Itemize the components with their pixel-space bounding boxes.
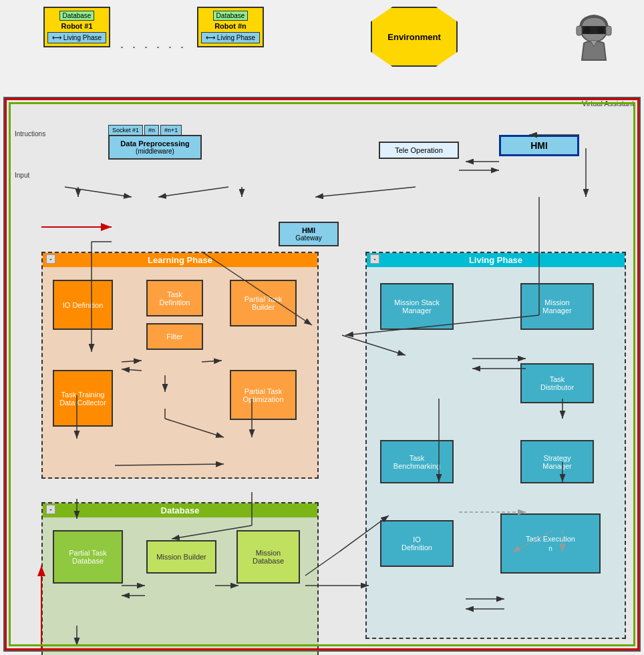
task-execution-n: n xyxy=(548,545,552,552)
mission-manager: Mission Manager xyxy=(520,283,594,330)
dp-sub: (middleware) xyxy=(116,148,194,155)
socketn: #n xyxy=(144,125,159,136)
task-benchmarking: Task Benchmarking xyxy=(380,440,454,483)
database-phase-title: - Database xyxy=(43,503,317,517)
svg-rect-5 xyxy=(606,26,611,35)
svg-line-15 xyxy=(315,187,416,197)
va-label: Virtual Assistant xyxy=(582,99,634,107)
environment-box: Environment xyxy=(371,7,458,67)
robot1-db-label: Database xyxy=(59,11,95,21)
hmi-gw-line1: HMI xyxy=(287,226,331,234)
socketn1: #n+1 xyxy=(160,125,182,136)
mission-stack-manager: Mission Stack Manager xyxy=(380,283,454,330)
robot1-box: Database Robot #1 ⟷ Living Phase xyxy=(43,7,110,47)
svg-point-2 xyxy=(584,27,591,33)
data-preprocessing: Data Preprocessing (middleware) xyxy=(108,135,202,160)
socket1: Socket #1 xyxy=(108,125,143,136)
top-area: Database Robot #1 ⟷ Living Phase · · · ·… xyxy=(3,3,641,93)
operator-icon xyxy=(567,10,621,63)
dp-label: Data Preprocessing xyxy=(116,140,194,148)
hmi-gw-line2: Gateway xyxy=(287,234,331,242)
robot1-living: ⟷ Living Phase xyxy=(47,32,106,43)
partial-task-database: Partial Task Database xyxy=(53,530,123,584)
task-distributor: Task Distributor xyxy=(520,363,594,403)
task-training-data-collector: Task Training Data Collector xyxy=(53,370,113,427)
robotn-name: Robot #n xyxy=(201,22,260,30)
mission-builder: Mission Builder xyxy=(146,540,216,574)
svg-rect-4 xyxy=(577,26,582,35)
livp-minimize[interactable]: - xyxy=(370,254,379,264)
instructions-label: Intructions xyxy=(15,130,45,138)
socket-row: Socket #1 #n #n+1 xyxy=(108,125,182,136)
hmi-box: HMI xyxy=(499,135,579,156)
strategy-manager: Strategy Manager xyxy=(520,440,594,483)
learning-phase-title: - Learning Phase xyxy=(43,253,317,267)
robotn-box: Database Robot #n ⟷ Living Phase xyxy=(197,7,264,47)
tele-operation: Tele Operation xyxy=(379,142,459,159)
io-definition: IO Definition xyxy=(53,280,113,330)
mission-database: Mission Database xyxy=(236,530,300,584)
svg-line-13 xyxy=(158,187,228,197)
io-definition-living: IO Definition xyxy=(380,520,454,567)
robotn-db-label: Database xyxy=(213,11,249,21)
task-definition: Task Definition xyxy=(146,280,203,316)
svg-point-3 xyxy=(597,27,604,33)
robotn-living: ⟷ Living Phase xyxy=(201,32,260,43)
input-label: Input xyxy=(15,172,29,179)
lp-minimize[interactable]: - xyxy=(46,254,55,264)
db-minimize[interactable]: - xyxy=(46,505,55,514)
robot1-name: Robot #1 xyxy=(47,22,106,30)
partial-task-builder: Partial Task Builder xyxy=(230,280,297,326)
living-phase: - Living Phase Mission Stack Manager Mis… xyxy=(365,252,626,639)
hmi-gateway: HMI Gateway xyxy=(279,222,339,246)
living-phase-title: - Living Phase xyxy=(367,253,625,267)
partial-task-optimization: Partial Task Optimization xyxy=(230,370,297,420)
dots: · · · · · · xyxy=(120,40,186,54)
va-container: Virtual Assistant Intructions Input Sock… xyxy=(3,97,641,652)
svg-line-12 xyxy=(65,187,132,197)
database-phase: - Database Partial Task Database Mission… xyxy=(41,502,319,655)
task-execution: Task Execution n xyxy=(500,513,601,574)
filter-box: Filter xyxy=(146,323,203,350)
learning-phase: - Learning Phase IO Definition Task Defi… xyxy=(41,252,319,479)
